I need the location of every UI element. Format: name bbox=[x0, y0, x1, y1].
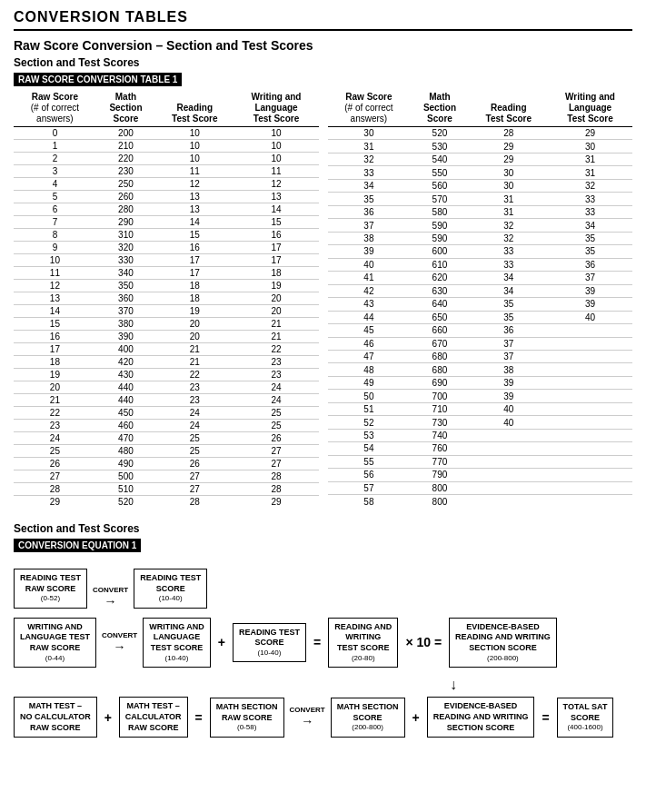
table-row: 02001010 bbox=[14, 127, 319, 140]
eq-erw-section-2: EVIDENCE-BASED READING AND WRITING SECTI… bbox=[427, 697, 535, 738]
table-row: 93201617 bbox=[14, 242, 319, 254]
table-row: 54760 bbox=[328, 442, 633, 455]
table-row: 4768037 bbox=[328, 350, 633, 362]
left-score-table: Raw Score(# of correctanswers) MathSecti… bbox=[14, 90, 319, 508]
table-row: 83101516 bbox=[14, 229, 319, 242]
table-row: 62801314 bbox=[14, 203, 319, 216]
table-row: 52601313 bbox=[14, 191, 319, 203]
table-row: 72901415 bbox=[14, 216, 319, 229]
col-reading: ReadingTest Score bbox=[155, 90, 234, 127]
plus-1: + bbox=[216, 635, 227, 649]
convert-block-1: CONVERT → bbox=[93, 586, 128, 609]
table-row: 5070039 bbox=[328, 390, 633, 402]
right-score-table: Raw Score(# of correctanswers) MathSecti… bbox=[328, 90, 633, 508]
table-row: 103301717 bbox=[14, 254, 319, 267]
section-title: Raw Score Conversion – Section and Test … bbox=[14, 38, 632, 53]
table-row: 4667037 bbox=[328, 337, 633, 350]
table-row: 174002122 bbox=[14, 343, 319, 356]
eq-math-calc-raw: MATH TEST – CALCULATOR RAW SCORE bbox=[119, 697, 188, 738]
convert-block-2: CONVERT → bbox=[102, 631, 137, 654]
eq-reading-score: READING TEST SCORE (10-40) bbox=[134, 569, 207, 609]
table-row: 224502425 bbox=[14, 407, 319, 420]
main-title: CONVERSION TABLES bbox=[14, 9, 632, 31]
sub-title-1: Section and Test Scores bbox=[14, 56, 632, 69]
table-row: 244702526 bbox=[14, 432, 319, 445]
col-raw-score: Raw Score(# of correctanswers) bbox=[14, 90, 96, 127]
table-row: 355703133 bbox=[328, 193, 633, 205]
table-row: 426303439 bbox=[328, 284, 633, 297]
table-row: 325402931 bbox=[328, 153, 633, 165]
equals-3: = bbox=[540, 710, 551, 725]
sub-title-2: Section and Test Scores bbox=[14, 522, 632, 535]
eq-math-section-score: MATH SECTION SCORE (200-800) bbox=[331, 698, 405, 738]
arrow-right-3: → bbox=[301, 714, 313, 728]
table-row: 4566036 bbox=[328, 324, 633, 337]
col-writing: Writing andLanguageTest Score bbox=[234, 90, 319, 127]
table-row: 345603032 bbox=[328, 179, 633, 192]
eq-writing-score: WRITING AND LANGUAGE TEST SCORE (10-40) bbox=[143, 618, 211, 668]
table-row: 123501819 bbox=[14, 280, 319, 292]
eq-writing-raw: WRITING AND LANGUAGE TEST RAW SCORE (0-4… bbox=[14, 618, 96, 668]
tables-wrapper: Raw Score(# of correctanswers) MathSecti… bbox=[14, 90, 632, 508]
table-row: 204402324 bbox=[14, 381, 319, 394]
conversion-label: CONVERSION EQUATION 1 bbox=[14, 539, 141, 552]
table-row: 305202829 bbox=[328, 127, 633, 140]
table-row: 5273040 bbox=[328, 416, 633, 429]
table-row: 375903234 bbox=[328, 219, 633, 232]
table-row: 163902021 bbox=[14, 331, 319, 343]
table-row: 385903235 bbox=[328, 232, 633, 244]
table-row: 416203437 bbox=[328, 272, 633, 284]
table-row: 56790 bbox=[328, 469, 633, 481]
table-row: 295202829 bbox=[14, 496, 319, 509]
table-row: 214402324 bbox=[14, 394, 319, 407]
col-math-section-r: MathSectionScore bbox=[410, 90, 469, 127]
table-row: 57800 bbox=[328, 481, 633, 494]
col-math-section: MathSectionScore bbox=[96, 90, 155, 127]
table-row: 315302930 bbox=[328, 140, 633, 153]
table-row: 184202123 bbox=[14, 356, 319, 369]
table-row: 113401718 bbox=[14, 267, 319, 280]
table-row: 285102728 bbox=[14, 483, 319, 496]
table-row: 12101010 bbox=[14, 140, 319, 153]
table-row: 153802021 bbox=[14, 318, 319, 331]
eq-math-nc-raw: MATH TEST – NO CALCULATOR RAW SCORE bbox=[14, 697, 97, 738]
table-row: 446503540 bbox=[328, 311, 633, 323]
table-row: 58800 bbox=[328, 495, 633, 508]
arrow-down-1: ↓ bbox=[450, 677, 632, 693]
col-writing-r: Writing andLanguageTest Score bbox=[548, 90, 632, 127]
table-row: 55770 bbox=[328, 455, 633, 468]
plus-3: + bbox=[411, 710, 422, 725]
equals-1: = bbox=[312, 635, 323, 649]
table-row: 254802527 bbox=[14, 445, 319, 458]
table-row: 194302223 bbox=[14, 369, 319, 381]
table-row: 406103336 bbox=[328, 258, 633, 271]
table-row: 396003335 bbox=[328, 245, 633, 258]
arrow-right-2: → bbox=[114, 639, 126, 654]
table-row: 4868038 bbox=[328, 363, 633, 376]
equation-section: READING TEST RAW SCORE (0-52) CONVERT → … bbox=[14, 569, 632, 738]
eq-erw-section: EVIDENCE-BASED READING AND WRITING SECTI… bbox=[449, 618, 557, 668]
table-row: 42501212 bbox=[14, 178, 319, 191]
eq-reading-raw: READING TEST RAW SCORE (0-52) bbox=[14, 569, 87, 609]
eq-rw-test-score: READING AND WRITING TEST SCORE (20-80) bbox=[328, 618, 398, 668]
table-row: 275002728 bbox=[14, 470, 319, 483]
col-reading-r: ReadingTest Score bbox=[470, 90, 548, 127]
table-row: 365803133 bbox=[328, 205, 633, 218]
table-row: 5171040 bbox=[328, 402, 633, 415]
table-row: 32301111 bbox=[14, 165, 319, 178]
table-row: 234602425 bbox=[14, 420, 319, 432]
table-row: 436403539 bbox=[328, 298, 633, 311]
equals-2: = bbox=[194, 710, 204, 725]
table-row: 4969039 bbox=[328, 376, 633, 389]
eq-reading-score-2: READING TEST SCORE (10-40) bbox=[233, 623, 306, 663]
eq-math-section-raw: MATH SECTION RAW SCORE (0-58) bbox=[210, 698, 284, 738]
table-label: RAW SCORE CONVERSION TABLE 1 bbox=[14, 73, 182, 86]
convert-block-3: CONVERT → bbox=[290, 706, 325, 728]
arrow-right-1: → bbox=[104, 594, 117, 609]
table-row: 143701920 bbox=[14, 305, 319, 318]
times-1: × 10 = bbox=[403, 635, 443, 649]
eq-total-sat: TOTAL SAT SCORE (400-1600) bbox=[557, 698, 614, 738]
table-row: 133601820 bbox=[14, 292, 319, 305]
table-row: 53740 bbox=[328, 429, 633, 441]
plus-2: + bbox=[103, 710, 114, 725]
